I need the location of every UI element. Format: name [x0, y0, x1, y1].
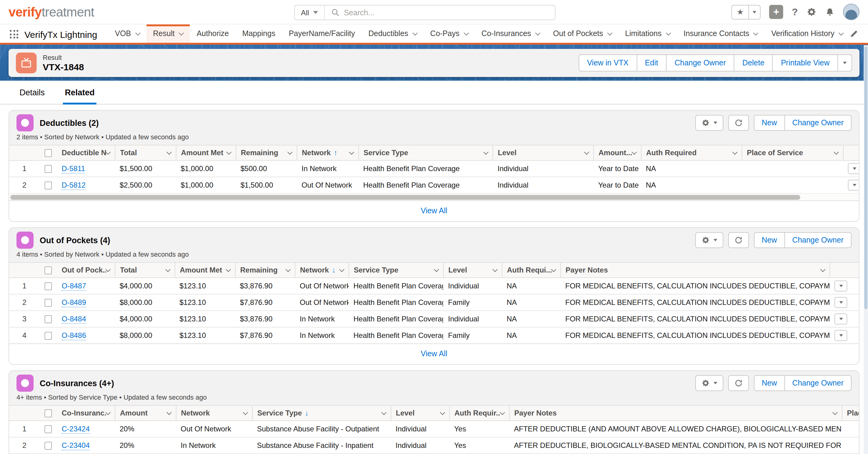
row-actions-button[interactable] — [834, 297, 847, 308]
nav-tab-insurance-contacts[interactable]: Insurance Contacts — [677, 24, 765, 43]
record-link[interactable]: O-8487 — [62, 282, 86, 291]
search-input[interactable] — [344, 8, 555, 17]
horizontal-scrollbar-thumb[interactable] — [10, 195, 800, 200]
help-icon[interactable]: ? — [792, 6, 798, 18]
column-header-network[interactable]: Network↓ — [295, 262, 348, 278]
view-all-link[interactable]: View All — [421, 349, 447, 358]
refresh-button[interactable] — [728, 375, 749, 391]
action-change-owner-button[interactable]: Change Owner — [666, 54, 734, 72]
vertical-scrollbar-thumb[interactable] — [864, 47, 867, 309]
horizontal-scrollbar[interactable] — [9, 193, 859, 200]
column-header-payer-notes[interactable]: Payer Notes — [509, 405, 842, 421]
search-scope-dropdown[interactable]: All — [295, 5, 325, 20]
nav-tab-vob[interactable]: VOB — [108, 24, 146, 43]
row-actions-button[interactable] — [848, 180, 859, 191]
favorites-dropdown[interactable] — [748, 5, 760, 19]
column-header-amount[interactable]: Amount... — [593, 145, 641, 161]
new-button[interactable]: New — [754, 115, 785, 131]
nav-edit-pencil-icon[interactable] — [850, 24, 861, 43]
column-header-payer-notes[interactable]: Payer Notes — [560, 262, 830, 278]
user-avatar[interactable] — [843, 4, 860, 20]
column-header-amount-met[interactable]: Amount Met — [176, 145, 236, 161]
tab-details[interactable]: Details — [18, 81, 47, 105]
global-actions-button[interactable]: + — [769, 5, 783, 19]
column-header-service-type[interactable]: Service Type — [348, 262, 443, 278]
nav-tab-limitations[interactable]: Limitations — [618, 24, 677, 43]
more-actions-button[interactable] — [838, 54, 852, 72]
select-all-checkbox[interactable] — [44, 409, 52, 417]
column-header-amount[interactable]: Amount — [115, 405, 176, 421]
row-actions-button[interactable] — [834, 330, 847, 341]
row-checkbox[interactable] — [44, 282, 52, 290]
row-checkbox[interactable] — [44, 299, 52, 307]
change-owner-button[interactable]: Change Owner — [785, 232, 851, 248]
column-header-remaining[interactable]: Remaining — [236, 145, 297, 161]
record-link[interactable]: D-5812 — [62, 181, 86, 190]
app-launcher-icon[interactable] — [10, 30, 18, 38]
nav-tab-co-pays[interactable]: Co-Pays — [424, 24, 475, 43]
nav-tab-verification-history[interactable]: Verification History — [765, 24, 850, 43]
record-link[interactable]: C-23404 — [62, 441, 90, 450]
column-header-auth-requi[interactable]: Auth Requi... — [502, 262, 560, 278]
row-checkbox[interactable] — [44, 165, 52, 173]
refresh-button[interactable] — [728, 232, 749, 248]
nav-tab-result[interactable]: Result — [146, 24, 190, 43]
list-settings-button[interactable] — [695, 232, 723, 248]
row-checkbox[interactable] — [44, 315, 52, 323]
column-header-service-type[interactable]: Service Type↓ — [252, 405, 391, 421]
column-header-deductible-n[interactable]: Deductible N... — [57, 145, 115, 161]
record-link[interactable]: O-8484 — [62, 315, 86, 324]
column-header-network[interactable]: Network↑ — [297, 145, 358, 161]
record-link[interactable]: D-5811 — [62, 164, 85, 173]
row-checkbox[interactable] — [44, 442, 52, 449]
nav-tab-authorize[interactable]: Authorize — [190, 24, 236, 43]
new-button[interactable]: New — [754, 232, 785, 248]
nav-tab-payername-facility[interactable]: PayerName/Facility — [282, 24, 362, 43]
list-settings-button[interactable] — [695, 115, 723, 131]
column-header-amount-met[interactable]: Amount Met — [175, 262, 235, 278]
row-checkbox[interactable] — [44, 332, 52, 339]
column-header-total[interactable]: Total — [115, 262, 175, 278]
change-owner-button[interactable]: Change Owner — [785, 375, 851, 391]
action-delete-button[interactable]: Delete — [734, 54, 773, 72]
record-link[interactable]: O-8489 — [62, 298, 86, 307]
column-header-place-of-service[interactable]: Place of Service — [842, 405, 860, 421]
vertical-scrollbar[interactable] — [864, 45, 868, 454]
column-header-level[interactable]: Level — [443, 262, 502, 278]
row-actions-button[interactable] — [834, 313, 847, 324]
column-header-level[interactable]: Level — [391, 405, 449, 421]
tab-related[interactable]: Related — [63, 81, 97, 105]
record-link[interactable]: O-8486 — [62, 331, 86, 340]
action-view-in-vtx-button[interactable]: View in VTX — [578, 54, 637, 72]
row-checkbox[interactable] — [44, 425, 52, 433]
row-checkbox[interactable] — [44, 181, 52, 189]
nav-tab-co-insurances[interactable]: Co-Insurances — [474, 24, 546, 43]
new-button[interactable]: New — [754, 375, 785, 391]
record-link[interactable]: C-23424 — [62, 425, 90, 434]
setup-gear-icon[interactable] — [806, 7, 817, 17]
column-header-out-of-pock[interactable]: Out of Pock... — [57, 262, 115, 278]
action-edit-button[interactable]: Edit — [637, 54, 666, 72]
refresh-button[interactable] — [728, 115, 749, 131]
column-header-total[interactable]: Total — [115, 145, 176, 161]
view-all-link[interactable]: View All — [421, 206, 447, 215]
nav-tab-mappings[interactable]: Mappings — [236, 24, 282, 43]
column-header-auth-requir[interactable]: Auth Requir... — [449, 405, 509, 421]
column-header-network[interactable]: Network — [176, 405, 252, 421]
change-owner-button[interactable]: Change Owner — [785, 115, 851, 131]
nav-tab-deductibles[interactable]: Deductibles — [362, 24, 424, 43]
column-header-remaining[interactable]: Remaining — [235, 262, 295, 278]
column-header-place-of-service[interactable]: Place of Service — [742, 145, 843, 161]
row-actions-button[interactable] — [848, 163, 859, 174]
column-header-auth-required[interactable]: Auth Required — [641, 145, 742, 161]
select-all-checkbox[interactable] — [44, 149, 52, 157]
list-settings-button[interactable] — [695, 375, 723, 391]
notifications-bell-icon[interactable] — [825, 7, 834, 17]
nav-tab-out-of-pockets[interactable]: Out of Pockets — [546, 24, 618, 43]
column-header-co-insuranc[interactable]: Co-Insuranc... — [57, 405, 115, 421]
action-printable-view-button[interactable]: Printable View — [773, 54, 838, 72]
select-all-checkbox[interactable] — [44, 266, 52, 274]
row-actions-button[interactable] — [834, 281, 847, 291]
column-header-service-type[interactable]: Service Type — [358, 145, 493, 161]
favorites-button[interactable]: ★ — [732, 5, 748, 19]
